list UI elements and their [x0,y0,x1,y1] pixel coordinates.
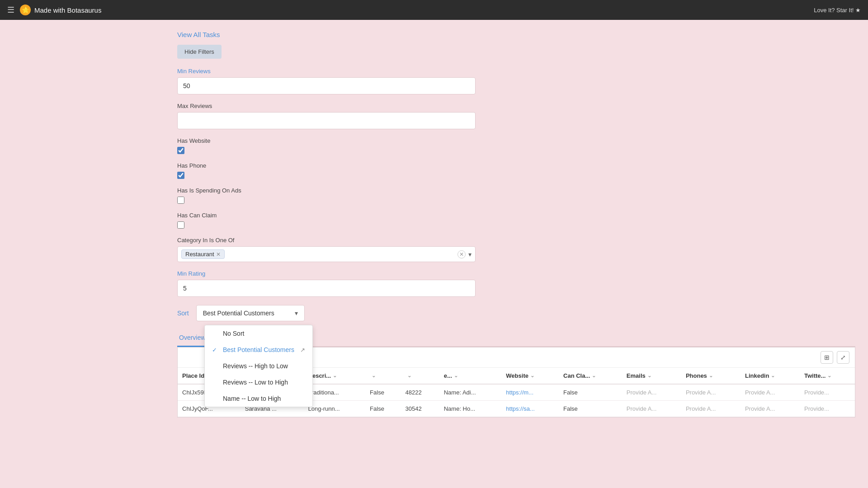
cell-description: Traditiona... [304,384,366,401]
linkedin-sort-icon: ⌄ [771,373,775,379]
sort-option-no-sort-label: No Sort [223,330,244,337]
sort-option-best-potential[interactable]: ✓ Best Potential Customers ↗ [205,342,312,358]
expand-view-icon[interactable]: ⤢ [837,351,849,364]
col-linkedin[interactable]: Linkedin ⌄ [741,368,800,384]
has-phone-field: Has Phone [177,162,476,179]
sort-row: Sort Best Potential Customers ▾ No Sort … [177,305,476,321]
category-tag-restaurant: Restaurant ✕ [181,249,225,259]
min-reviews-label: Min Reviews [177,68,476,75]
has-can-claim-checkbox[interactable] [177,221,184,229]
sort-option-best-potential-label: Best Potential Customers [223,346,294,353]
col-emails[interactable]: Emails ⌄ [622,368,681,384]
sort-option-no-sort[interactable]: No Sort [205,325,312,342]
cell-linkedin: Provide A... [741,401,800,417]
has-phone-label: Has Phone [177,162,476,169]
sort-selected-value: Best Potential Customers [203,310,274,317]
can-claim-sort-icon: ⌄ [592,373,596,379]
max-reviews-field: Max Reviews [177,103,476,137]
sort-option-reviews-low-label: Reviews -- Low to High [223,379,288,386]
phones-sort-icon: ⌄ [709,373,713,379]
sort-option-reviews-high-label: Reviews -- High to Low [223,362,288,370]
cell-name_addr: Name: Adi... [439,384,502,401]
col-phones[interactable]: Phones ⌄ [681,368,741,384]
cell-website: https://sa... [501,401,559,417]
col-col4[interactable]: ⌄ [365,368,401,384]
sort-label: Sort [177,310,189,317]
cell-col4: False [365,384,401,401]
cell-emails: Provide A... [622,401,681,417]
cell-phones: Provide A... [681,384,741,401]
col-website[interactable]: Website ⌄ [501,368,559,384]
cell-twitter: Provide... [800,384,855,401]
external-link-icon: ↗ [300,347,305,353]
has-phone-checkbox-row [177,172,476,179]
has-can-claim-label: Has Can Claim [177,212,476,219]
star-label[interactable]: Love It? Star It! ★ [814,7,861,14]
col-can-claim[interactable]: Can Cla... ⌄ [559,368,622,384]
grid-view-icon[interactable]: ⊞ [821,351,833,364]
has-phone-checkbox[interactable] [177,172,184,179]
hamburger-menu[interactable]: ☰ [7,5,14,15]
has-spending-ads-checkbox[interactable] [177,197,184,204]
max-reviews-label: Max Reviews [177,103,476,109]
category-tag-label: Restaurant [185,251,214,258]
cell-twitter: Provide... [800,401,855,417]
sort-dropdown: No Sort ✓ Best Potential Customers ↗ Rev… [204,325,313,407]
emails-sort-icon: ⌄ [647,373,651,379]
col-twitter[interactable]: Twitte... ⌄ [800,368,855,384]
logo-icon: 🌟 [20,5,31,15]
col-col5[interactable]: ⌄ [401,368,439,384]
cell-col4: False [365,401,401,417]
sort-option-reviews-high[interactable]: Reviews -- High to Low [205,358,312,374]
min-rating-field: Min Rating [177,270,476,305]
has-can-claim-checkbox-row [177,221,476,229]
min-reviews-input[interactable] [177,77,476,94]
cell-can_claim: False [559,401,622,417]
max-reviews-input[interactable] [177,112,476,129]
has-website-checkbox[interactable] [177,147,184,154]
hide-filters-button[interactable]: Hide Filters [177,45,222,59]
view-all-tasks-link[interactable]: View All Tasks [177,31,220,38]
brand-name: Made with Botasaurus [34,6,101,14]
chevron-down-icon: ▾ [468,251,472,258]
form-section: View All Tasks Hide Filters Min Reviews … [177,31,476,321]
topbar-left: ☰ 🌟 Made with Botasaurus [7,5,101,15]
desc-sort-icon: ⌄ [333,373,337,379]
category-clear-button[interactable]: ✕ [458,250,466,258]
cell-col5: 30542 [401,401,439,417]
tab-overview[interactable]: Overview [177,330,207,347]
sort-option-reviews-low[interactable]: Reviews -- Low to High [205,374,312,390]
category-tag-remove[interactable]: ✕ [216,251,221,258]
sort-option-name-low[interactable]: Name -- Low to High [205,390,312,407]
cell-can_claim: False [559,384,622,401]
has-spending-ads-checkbox-row [177,197,476,204]
has-can-claim-field: Has Can Claim [177,212,476,229]
min-rating-input[interactable] [177,280,476,297]
cell-name_addr: Name: Ho... [439,401,502,417]
category-label: Category In Is One Of [177,237,476,244]
cell-description: Long-runn... [304,401,366,417]
cell-linkedin: Provide A... [741,384,800,401]
category-select[interactable]: Restaurant ✕ ✕ ▾ [177,246,476,262]
col-description[interactable]: Descri... ⌄ [304,368,366,384]
category-tags: Restaurant ✕ [181,249,454,259]
has-website-checkbox-row [177,147,476,154]
sort-option-name-low-label: Name -- Low to High [223,395,281,402]
has-spending-ads-field: Has Is Spending On Ads [177,187,476,204]
has-spending-ads-label: Has Is Spending On Ads [177,187,476,194]
main-content: View All Tasks Hide Filters Min Reviews … [0,20,868,418]
topbar: ☰ 🌟 Made with Botasaurus Love It? Star I… [0,0,868,20]
cell-phones: Provide A... [681,401,741,417]
category-controls: ✕ ▾ [458,250,472,258]
col-name-addr[interactable]: e... ⌄ [439,368,502,384]
website-sort-icon: ⌄ [530,373,534,379]
has-website-field: Has Website [177,137,476,154]
min-reviews-field: Min Reviews [177,68,476,103]
cell-website: https://m... [501,384,559,401]
category-field: Category In Is One Of Restaurant ✕ ✕ ▾ [177,237,476,262]
min-rating-label: Min Rating [177,270,476,277]
topbar-brand: 🌟 Made with Botasaurus [20,5,101,15]
cell-col5: 48222 [401,384,439,401]
sort-select-button[interactable]: Best Potential Customers ▾ [196,305,305,321]
cell-emails: Provide A... [622,384,681,401]
